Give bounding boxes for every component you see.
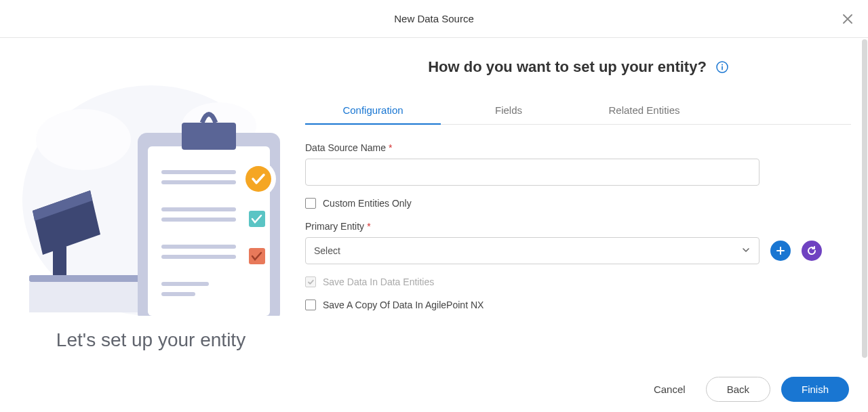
required-asterisk: * <box>389 142 392 153</box>
save-copy-checkbox[interactable] <box>305 300 316 310</box>
svg-rect-16 <box>161 292 195 296</box>
primary-entity-row: Select <box>305 237 851 264</box>
svg-rect-13 <box>161 245 236 249</box>
tab-related-entities-label: Related Entities <box>608 104 679 116</box>
finish-button[interactable]: Finish <box>781 377 849 402</box>
entity-illustration <box>16 58 287 316</box>
plus-icon <box>776 246 785 255</box>
close-button[interactable] <box>841 12 854 26</box>
svg-point-22 <box>722 64 723 66</box>
left-panel: Let's set up your entity <box>0 38 292 363</box>
save-data-in-entities-checkbox <box>305 276 316 287</box>
dialog-header: New Data Source <box>0 0 868 38</box>
svg-rect-11 <box>161 207 236 211</box>
save-copy-row[interactable]: Save A Copy Of Data In AgilePoint NX <box>305 300 851 310</box>
tabs: Configuration Fields Related Entities <box>305 96 851 125</box>
data-source-name-group: Data Source Name* <box>305 142 851 186</box>
add-entity-button[interactable] <box>770 241 791 261</box>
tab-configuration-label: Configuration <box>342 104 403 116</box>
svg-rect-14 <box>161 255 236 259</box>
primary-entity-group: Primary Entity* Select <box>305 221 851 264</box>
primary-entity-select[interactable]: Select <box>305 237 760 264</box>
close-icon <box>843 14 852 24</box>
save-data-in-entities-row: Save Data In Data Entities <box>305 276 851 287</box>
tab-configuration[interactable]: Configuration <box>305 96 441 124</box>
svg-rect-23 <box>722 66 723 70</box>
custom-entities-only-row[interactable]: Custom Entities Only <box>305 198 851 209</box>
chevron-down-icon <box>741 245 751 257</box>
data-source-name-input[interactable] <box>305 159 760 186</box>
primary-entity-placeholder: Select <box>314 245 340 256</box>
svg-rect-9 <box>161 170 236 174</box>
custom-entities-only-checkbox[interactable] <box>305 198 316 209</box>
tab-fields-label: Fields <box>495 104 522 116</box>
scrollbar[interactable] <box>861 39 868 363</box>
save-copy-label: Save A Copy Of Data In AgilePoint NX <box>323 300 484 310</box>
svg-rect-5 <box>29 282 151 312</box>
info-icon[interactable] <box>716 61 728 73</box>
left-caption: Let's set up your entity <box>56 329 245 351</box>
save-data-in-entities-label: Save Data In Data Entities <box>323 276 434 287</box>
svg-point-18 <box>245 166 271 192</box>
main-area: Let's set up your entity How do you want… <box>0 38 868 363</box>
svg-rect-8 <box>182 123 236 150</box>
dialog-title: New Data Source <box>394 13 474 24</box>
svg-rect-15 <box>161 282 209 286</box>
custom-entities-only-label: Custom Entities Only <box>323 198 412 209</box>
back-button[interactable]: Back <box>706 377 770 402</box>
setup-heading: How do you want to set up your entity? <box>428 58 707 76</box>
tab-related-entities[interactable]: Related Entities <box>576 96 712 124</box>
refresh-entity-button[interactable] <box>802 241 822 261</box>
primary-entity-label: Primary Entity* <box>305 221 851 232</box>
svg-rect-12 <box>161 218 236 222</box>
svg-rect-10 <box>161 180 236 184</box>
cancel-button[interactable]: Cancel <box>644 377 695 402</box>
footer: Cancel Back Finish <box>0 366 868 412</box>
svg-point-1 <box>36 109 131 170</box>
tab-fields[interactable]: Fields <box>441 96 576 124</box>
data-source-name-label: Data Source Name* <box>305 142 851 153</box>
required-asterisk: * <box>367 221 370 232</box>
setup-heading-row: How do you want to set up your entity? <box>305 58 851 76</box>
svg-rect-4 <box>29 275 151 282</box>
scrollbar-thumb[interactable] <box>862 39 867 358</box>
right-panel: How do you want to set up your entity? C… <box>292 38 868 363</box>
refresh-icon <box>806 245 817 256</box>
